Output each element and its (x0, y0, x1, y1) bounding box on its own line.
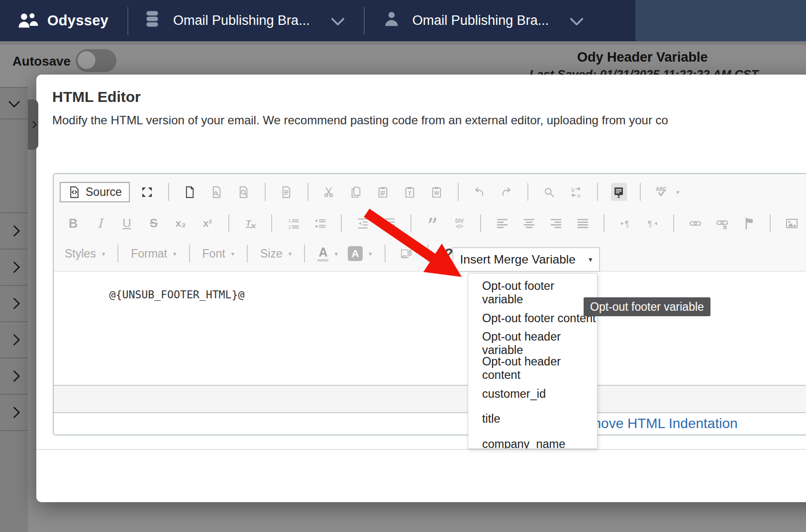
toolbar-row-3: Styles▾Format▾Font▾Size▾A▾A▾? (60, 239, 806, 268)
paste-icon (375, 183, 391, 201)
align-center-icon (521, 214, 537, 232)
merge-variable-menu-item[interactable]: Opt-out header variable (468, 331, 597, 356)
chevron-down-icon (330, 11, 344, 25)
modal-title: HTML Editor (52, 89, 141, 105)
align-justify-icon (575, 214, 591, 232)
merge-variable-menu-item[interactable]: Opt-out header content (468, 356, 597, 381)
image-icon (784, 214, 800, 232)
align-left-icon (494, 214, 510, 232)
svg-text:¶: ¶ (624, 219, 628, 228)
sidebar-expander-row[interactable] (0, 358, 28, 395)
styles-dropdown[interactable]: Styles▾ (65, 247, 105, 261)
maximize-icon[interactable] (139, 183, 155, 201)
source-code-icon (68, 185, 81, 199)
toolbar-separator (341, 214, 342, 232)
toolbar-separator (527, 183, 528, 201)
text-direction-rtl-icon: ¶ (644, 214, 660, 232)
database-menu-label: Omail Publishing Bra... (173, 13, 310, 28)
modal-footer-divider (36, 449, 806, 450)
database-icon (142, 9, 162, 32)
caret-down-icon: ▾ (231, 250, 235, 258)
chevron-right-icon (8, 297, 20, 309)
format-dropdown[interactable]: Format▾ (131, 247, 176, 261)
app-root: Odyssey Omail Publishing Bra... (0, 0, 806, 532)
editor-link-row: Remove HTML Indentation (54, 413, 806, 435)
font-dropdown[interactable]: Font▾ (202, 247, 235, 261)
merge-variable-menu: Opt-out footer variableOpt-out footer co… (468, 273, 598, 449)
caret-down-icon: ▾ (369, 250, 372, 258)
svg-text:DIV: DIV (455, 218, 464, 223)
autosave-label: Autosave (12, 54, 71, 69)
svg-text:W: W (434, 190, 439, 196)
insert-merge-variable-button[interactable]: Insert Merge Variable ▾ (452, 247, 600, 272)
svg-text:a: a (578, 192, 581, 198)
page-title: Ody Header Variable (577, 50, 708, 65)
blockquote-icon: ” (424, 214, 440, 232)
toolbar-separator (271, 214, 272, 232)
copy-icon (348, 183, 364, 201)
merge-variable-menu-item[interactable]: Opt-out footer variable (468, 280, 597, 306)
sidebar-expander-row[interactable] (0, 286, 28, 322)
text-color-icon: A▾ (317, 246, 338, 262)
sidebar-expander-row[interactable] (0, 250, 28, 286)
select-all-icon[interactable] (611, 183, 627, 201)
navbar-divider (127, 7, 128, 35)
bulleted-list-icon (312, 214, 328, 232)
numbered-list-icon: 12 (285, 214, 301, 232)
database-selector[interactable]: Omail Publishing Bra... (142, 9, 343, 32)
odyssey-logo-icon (16, 9, 39, 32)
merge-variable-menu-item[interactable]: customer_id (468, 381, 597, 407)
caret-down-icon: ▾ (102, 250, 105, 258)
top-navbar: Odyssey Omail Publishing Bra... (0, 0, 806, 41)
person-icon (382, 9, 402, 32)
sidebar-expander-row[interactable] (0, 395, 28, 431)
toolbar-separator (189, 245, 190, 263)
undo-icon (472, 183, 488, 201)
paste-plain-text-icon: T (402, 183, 418, 201)
toolbar-separator (673, 214, 674, 232)
toolbar-separator (480, 214, 481, 232)
show-blocks-icon (399, 245, 414, 263)
sidebar-expander-row[interactable] (0, 322, 28, 358)
toolbar-separator (247, 245, 248, 263)
navbar-divider (364, 7, 365, 35)
toolbar-separator (410, 214, 411, 232)
source-code-textarea[interactable]: @{UNSUB_FOOTER_HTML}@ (54, 272, 806, 385)
svg-text:T: T (408, 190, 411, 196)
merge-variable-menu-item[interactable]: title (468, 406, 597, 432)
paste-from-word-icon: W (429, 183, 445, 201)
sidebar-expander-row[interactable] (0, 88, 28, 119)
caret-down-icon: ▾ (173, 250, 177, 258)
editor-footer-bar (54, 385, 806, 413)
unlink-icon (714, 214, 730, 232)
panel-collapse-tab[interactable] (28, 99, 38, 150)
account-selector[interactable]: Omail Publishing Bra... (382, 9, 582, 32)
toolbar-separator (604, 214, 604, 232)
toolbar-separator (770, 214, 771, 232)
toolbar-separator (168, 183, 169, 201)
document-properties-icon (279, 183, 295, 201)
spellcheck-icon[interactable]: ABC (654, 183, 670, 201)
source-button-label: Source (86, 185, 122, 199)
source-button[interactable]: Source (60, 182, 130, 202)
svg-text:b: b (572, 186, 575, 192)
styles-dropdown-label: Styles (65, 247, 96, 261)
div-container-icon: DIV</> (451, 214, 467, 232)
sidebar-expander-row[interactable] (0, 213, 28, 250)
new-page-icon[interactable] (182, 183, 198, 201)
autosave-toggle[interactable] (76, 49, 116, 72)
svg-text:</>: </> (456, 224, 463, 229)
toolbar-row-1: SourceTWbaABC▾ (60, 176, 806, 208)
svg-text:1: 1 (288, 218, 291, 223)
chevron-right-icon (8, 370, 20, 382)
link-icon (687, 214, 703, 232)
superscript-icon: x² (200, 214, 215, 232)
sidebar-spacer (0, 119, 28, 213)
toolbar-separator (458, 183, 459, 201)
merge-variable-menu-item[interactable]: company_name (468, 432, 597, 449)
toolbar-row-2: BIUSx₂x²T12”DIV</>¶¶ (60, 208, 806, 239)
merge-variable-menu-item[interactable]: Opt-out footer content (468, 306, 597, 331)
size-dropdown[interactable]: Size▾ (260, 247, 292, 261)
align-right-icon (548, 214, 564, 232)
templates-icon (209, 183, 225, 201)
